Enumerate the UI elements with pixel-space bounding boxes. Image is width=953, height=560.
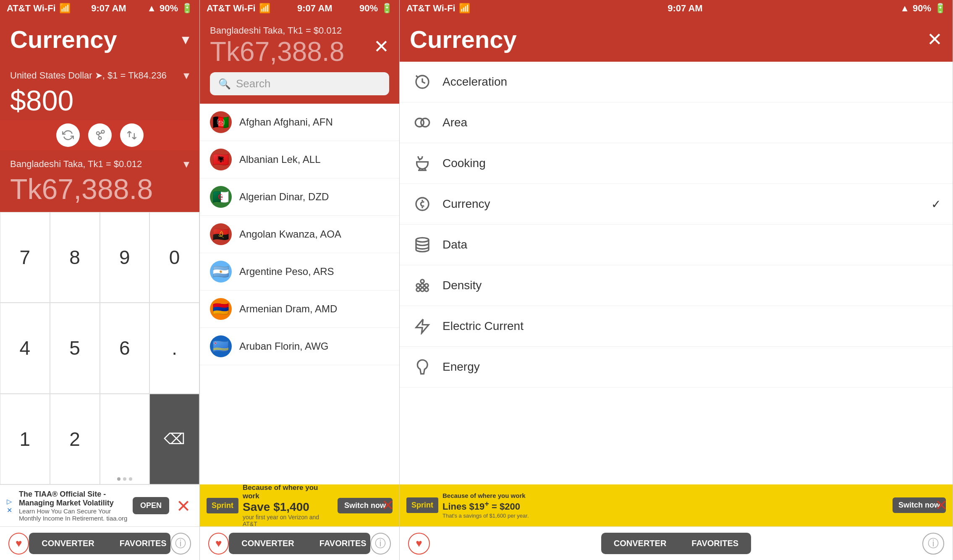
currency-name-dz: Algerian Dinar, DZD bbox=[239, 191, 329, 203]
ad-banner-3: Sprint Because of where you work Lines $… bbox=[400, 484, 953, 526]
ad-close-button-2[interactable]: ✕ bbox=[382, 497, 394, 514]
refresh-button[interactable] bbox=[56, 123, 80, 147]
key-6[interactable]: 6 bbox=[100, 303, 150, 393]
graph-button[interactable] bbox=[88, 123, 112, 147]
list-item[interactable]: 🇦🇲 Armenian Dram, AMD bbox=[200, 290, 399, 328]
key-dot[interactable]: . bbox=[149, 303, 199, 393]
menu-label-electric: Electric Current bbox=[442, 319, 941, 333]
area-icon bbox=[411, 112, 433, 133]
flag-dz: 🇩🇿 bbox=[210, 186, 232, 208]
tab-converter[interactable]: CONVERTER bbox=[29, 533, 107, 554]
key-8[interactable]: 8 bbox=[50, 212, 100, 303]
menu-label-area: Area bbox=[442, 116, 941, 129]
menu-label-energy: Energy bbox=[442, 360, 941, 374]
favorites-heart-button-2[interactable]: ♥ bbox=[208, 533, 229, 555]
menu-item-electric[interactable]: Electric Current bbox=[400, 306, 953, 347]
currency-name-af: Afghan Afghani, AFN bbox=[239, 116, 333, 128]
menu-item-currency[interactable]: Currency ✓ bbox=[400, 184, 953, 225]
battery-icon: 🔋 bbox=[181, 3, 193, 14]
currency-name-ao: Angolan Kwanza, AOA bbox=[239, 228, 341, 240]
menu-item-acceleration[interactable]: Acceleration bbox=[400, 62, 953, 102]
ad-open-button[interactable]: OPEN bbox=[133, 497, 169, 514]
from-currency-row[interactable]: United States Dollar ➤, $1 = Tk84.236 ▾ … bbox=[0, 62, 199, 120]
list-item[interactable]: 🇦🇫 Afghan Afghani, AFN bbox=[200, 104, 399, 141]
flag-af: 🇦🇫 bbox=[210, 111, 232, 133]
from-currency-chevron[interactable]: ▾ bbox=[183, 68, 189, 82]
from-currency-label: United States Dollar ➤, $1 = Tk84.236 bbox=[10, 70, 167, 81]
list-item[interactable]: 🇦🇼 Aruban Florin, AWG bbox=[200, 328, 399, 365]
app-header-1: Currency ▾ bbox=[0, 17, 199, 62]
key-dot2[interactable] bbox=[100, 394, 150, 484]
list-item[interactable]: 🇦🇱 Albanian Lek, ALL bbox=[200, 141, 399, 178]
search-bar[interactable]: 🔍 Search bbox=[210, 72, 389, 95]
swap-button[interactable] bbox=[120, 123, 144, 147]
header-chevron-1[interactable]: ▾ bbox=[182, 31, 189, 48]
flag-al: 🇦🇱 bbox=[210, 149, 232, 170]
to-currency-value: Tk67,388.8 bbox=[10, 173, 189, 205]
currency-name-ar: Argentine Peso, ARS bbox=[239, 266, 334, 277]
favorites-heart-button[interactable]: ♥ bbox=[8, 533, 29, 555]
acceleration-icon bbox=[411, 71, 433, 93]
svg-point-19 bbox=[421, 288, 424, 291]
info-button-2[interactable]: ⓘ bbox=[370, 533, 391, 555]
key-0[interactable]: 0 bbox=[149, 212, 199, 303]
time-text: 9:07 AM bbox=[91, 3, 126, 14]
status-carrier: AT&T Wi-Fi 📶 bbox=[7, 3, 71, 14]
list-item[interactable]: 🇦🇷 Argentine Peso, ARS bbox=[200, 253, 399, 290]
svg-point-0 bbox=[96, 132, 99, 135]
svg-point-22 bbox=[421, 284, 424, 287]
flag-ao: 🇦🇴 bbox=[210, 223, 232, 245]
ad-content-2: Because of where you work Save $1,400 yo… bbox=[243, 484, 333, 527]
panel-2: AT&T Wi-Fi 📶 9:07 AM 90% 🔋 Bangladeshi T… bbox=[200, 0, 400, 560]
svg-point-17 bbox=[416, 238, 429, 242]
info-button-3[interactable]: ⓘ bbox=[922, 533, 944, 555]
tab-favorites-2[interactable]: FAVORITES bbox=[307, 533, 370, 554]
energy-icon bbox=[411, 356, 433, 378]
list-item[interactable]: 🇦🇴 Angolan Kwanza, AOA bbox=[200, 216, 399, 253]
ad-close-button[interactable] bbox=[174, 497, 193, 515]
svg-point-24 bbox=[421, 280, 424, 283]
currency-list: 🇦🇫 Afghan Afghani, AFN 🇦🇱 Albanian Lek, … bbox=[200, 104, 399, 484]
key-4[interactable]: 4 bbox=[0, 303, 50, 393]
menu-item-density[interactable]: Density bbox=[400, 265, 953, 306]
bottom-bar-1: ♥ CONVERTER FAVORITES ⓘ bbox=[0, 526, 199, 560]
electric-icon bbox=[411, 315, 433, 337]
search-close-button[interactable]: ✕ bbox=[374, 36, 389, 57]
currency-name-am: Armenian Dram, AMD bbox=[239, 303, 337, 315]
keypad: 7 8 9 0 4 5 6 . 1 2 ⌫ bbox=[0, 212, 199, 484]
menu-close-button[interactable]: ✕ bbox=[927, 29, 943, 50]
menu-item-cooking[interactable]: Cooking bbox=[400, 143, 953, 184]
tab-favorites[interactable]: FAVORITES bbox=[107, 533, 170, 554]
status-battery-3: ▲ 90% 🔋 bbox=[900, 3, 946, 14]
currency-checkmark: ✓ bbox=[931, 197, 941, 211]
tab-converter-2[interactable]: CONVERTER bbox=[229, 533, 307, 554]
key-1[interactable]: 1 bbox=[0, 394, 50, 484]
ad-close-button-3[interactable]: ✕ bbox=[935, 497, 948, 514]
ad-sprint-badge-3: Sprint bbox=[406, 497, 438, 513]
panel-1: AT&T Wi-Fi 📶 9:07 AM ▲ 90% 🔋 Currency ▾ … bbox=[0, 0, 200, 560]
key-9[interactable]: 9 bbox=[100, 212, 150, 303]
status-carrier-2: AT&T Wi-Fi 📶 bbox=[207, 3, 270, 14]
search-input[interactable]: Search bbox=[236, 77, 270, 90]
menu-item-energy[interactable]: Energy bbox=[400, 347, 953, 387]
key-2[interactable]: 2 bbox=[50, 394, 100, 484]
ad-content-3: Because of where you work Lines $19+ = $… bbox=[442, 492, 888, 518]
menu-item-data[interactable]: Data bbox=[400, 225, 953, 265]
data-icon bbox=[411, 234, 433, 256]
tab-favorites-3[interactable]: FAVORITES bbox=[679, 533, 751, 554]
key-7[interactable]: 7 bbox=[0, 212, 50, 303]
flag-am: 🇦🇲 bbox=[210, 298, 232, 320]
key-5[interactable]: 5 bbox=[50, 303, 100, 393]
bottom-tabs-3: CONVERTER FAVORITES bbox=[601, 533, 751, 554]
info-button[interactable]: ⓘ bbox=[170, 533, 191, 555]
wifi-icon-3: 📶 bbox=[459, 3, 470, 14]
bottom-tabs-2: CONVERTER FAVORITES bbox=[229, 533, 370, 554]
key-backspace[interactable]: ⌫ bbox=[149, 394, 199, 484]
favorites-heart-button-3[interactable]: ♥ bbox=[408, 533, 430, 555]
carrier-text: AT&T Wi-Fi bbox=[7, 3, 56, 14]
list-item[interactable]: 🇩🇿 Algerian Dinar, DZD bbox=[200, 178, 399, 216]
menu-item-area[interactable]: Area bbox=[400, 102, 953, 143]
to-currency-chevron[interactable]: ▾ bbox=[183, 157, 189, 171]
tab-converter-3[interactable]: CONVERTER bbox=[601, 533, 679, 554]
to-currency-row[interactable]: Bangladeshi Taka, Tk1 = $0.012 ▾ Tk67,38… bbox=[0, 150, 199, 212]
